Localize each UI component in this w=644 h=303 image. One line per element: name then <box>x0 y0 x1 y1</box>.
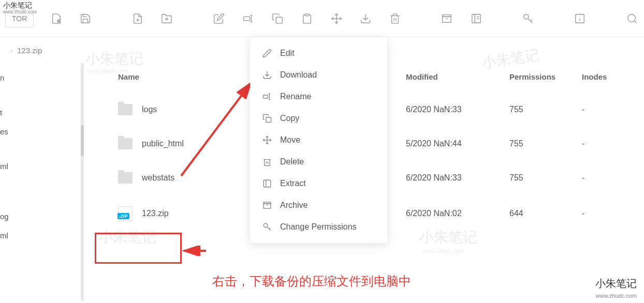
delete-icon[interactable] <box>388 8 402 29</box>
menu-permissions[interactable]: Change Permissions <box>250 216 387 238</box>
svg-rect-4 <box>244 17 250 20</box>
svg-point-22 <box>524 14 529 19</box>
new-file-icon[interactable] <box>49 8 63 29</box>
file-modified: 6/2020 NaN:33 <box>406 105 509 114</box>
svg-rect-16 <box>443 17 451 22</box>
svg-rect-29 <box>264 95 268 98</box>
file-permissions: 755 <box>509 139 582 148</box>
rename-icon[interactable] <box>241 8 255 29</box>
brand-url-top: www.zhudc.com <box>3 9 37 14</box>
file-name: webstats <box>142 173 174 183</box>
svg-rect-41 <box>264 204 271 208</box>
file-modified: 6/2020 NaN:33 <box>406 173 509 183</box>
file-inodes: - <box>582 139 634 148</box>
breadcrumb-item[interactable]: 123.zip <box>17 46 42 55</box>
menu-copy[interactable]: Copy <box>250 108 387 129</box>
file-name: logs <box>142 105 157 114</box>
folder-icon <box>118 138 133 149</box>
folder-icon <box>118 172 133 184</box>
svg-rect-18 <box>472 14 481 23</box>
file-modified: 6/2020 NaN:02 <box>406 209 509 218</box>
svg-rect-38 <box>264 180 271 187</box>
brand-url-bottom: www.zhudc.com <box>596 293 637 299</box>
annotation-text: 右击，下载备份的压缩文件到电脑中 <box>212 273 411 290</box>
menu-rename[interactable]: Rename <box>250 86 387 108</box>
brand-logo-bottom: 小朱笔记 <box>595 277 637 291</box>
svg-rect-8 <box>276 17 282 23</box>
search-icon[interactable] <box>625 8 639 29</box>
permissions-icon[interactable] <box>521 8 535 29</box>
file-name: 123.zip <box>142 209 169 218</box>
context-menu: Edit Download Rename Copy Move Delete Ex… <box>250 37 387 243</box>
sidebar-item[interactable]: ml <box>0 226 78 245</box>
sidebar-item[interactable]: n <box>0 68 78 87</box>
svg-rect-9 <box>305 13 309 16</box>
column-modified[interactable]: Modified <box>406 72 509 81</box>
menu-download[interactable]: Download <box>250 64 387 86</box>
menu-edit[interactable]: Edit <box>250 42 387 64</box>
column-permissions[interactable]: Permissions <box>509 72 582 81</box>
file-permissions: 755 <box>509 105 582 114</box>
save-icon[interactable] <box>79 8 93 29</box>
menu-delete[interactable]: Delete <box>250 151 387 173</box>
info-icon[interactable] <box>573 8 587 29</box>
file-inodes: - <box>582 105 634 114</box>
file-modified: 5/2020 NaN:44 <box>406 139 509 148</box>
chevron-right-icon: › <box>10 46 13 55</box>
menu-move[interactable]: Move <box>250 129 387 151</box>
folder-icon <box>118 104 133 115</box>
zip-icon: .ZIP <box>118 206 133 221</box>
upload-folder-icon[interactable] <box>160 8 174 29</box>
svg-point-43 <box>264 223 268 228</box>
file-inodes: - <box>582 209 634 218</box>
new-doc-icon[interactable] <box>130 8 144 29</box>
download-icon[interactable] <box>359 8 373 29</box>
file-name: public_html <box>142 139 184 148</box>
extract-icon[interactable] <box>470 8 484 29</box>
sidebar-item[interactable]: es <box>0 122 78 141</box>
sidebar-item[interactable]: t <box>0 103 78 122</box>
column-inodes[interactable]: Inodes <box>582 72 634 81</box>
file-inodes: - <box>582 173 634 183</box>
move-icon[interactable] <box>329 8 343 29</box>
sidebar-item[interactable]: ml <box>0 157 78 176</box>
copy-icon[interactable] <box>271 8 285 29</box>
archive-icon[interactable] <box>440 8 454 29</box>
edit-icon[interactable] <box>212 8 226 29</box>
svg-point-26 <box>627 14 635 22</box>
clipboard-icon[interactable] <box>300 8 314 29</box>
svg-rect-33 <box>266 117 271 123</box>
svg-line-27 <box>634 21 636 23</box>
toolbar: TOR <box>0 0 644 37</box>
menu-extract[interactable]: Extract <box>250 173 387 194</box>
sidebar-item[interactable]: og <box>0 207 78 226</box>
resize-handle[interactable] <box>81 63 84 301</box>
sidebar: n t es ml og ml <box>0 63 78 301</box>
file-permissions: 755 <box>509 173 582 183</box>
file-permissions: 644 <box>509 209 582 218</box>
menu-archive[interactable]: Archive <box>250 194 387 216</box>
